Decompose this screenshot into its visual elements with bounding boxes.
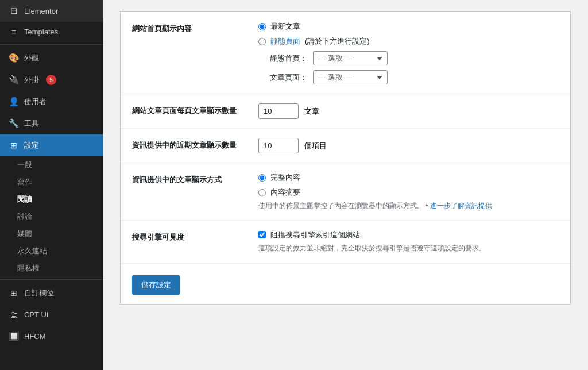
submenu-discussion[interactable]: 討論 (0, 208, 103, 225)
sidebar-item-hfcm[interactable]: 🔲 HFCM (0, 325, 103, 347)
homepage-display-control: 最新文章 靜態頁面 (請於下方進行設定) 靜態首頁： — 選取 — (258, 21, 559, 84)
excerpt-radio-item[interactable]: 內容摘要 (258, 187, 559, 198)
feed-display-type-label: 資訊提供中的文章顯示方式 (132, 172, 258, 185)
excerpt-label: 內容摘要 (270, 187, 300, 198)
feed-posts-count-label: 資訊提供中的近期文章顯示數量 (132, 138, 258, 151)
sidebar: ⊟ Elementor ≡ Templates 🎨 外觀 🔌 外掛 5 👤 使用… (0, 0, 103, 370)
posts-page-select-row: 文章頁面： — 選取 — (258, 70, 559, 84)
sidebar-item-settings[interactable]: ⊞ 設定 (0, 134, 103, 156)
search-visibility-description: 這項設定的效力並非絕對，完全取決於搜尋引擎是否遵守這項設定的要求。 (258, 244, 559, 253)
sidebar-item-plugins[interactable]: 🔌 外掛 5 (0, 69, 103, 91)
feed-display-description-text: 使用中的佈景主題掌控了內容在瀏覽器中的顯示方式。 (258, 202, 424, 210)
feed-display-radio-group: 完整內容 內容摘要 (258, 172, 559, 198)
full-content-radio-item[interactable]: 完整內容 (258, 172, 559, 183)
submenu-privacy[interactable]: 隱私權 (0, 260, 103, 277)
appearance-icon: 🎨 (8, 53, 20, 63)
feed-display-link-prefix: • (425, 202, 430, 210)
block-search-engines-checkbox[interactable] (258, 231, 266, 238)
submenu-general[interactable]: 一般 (0, 156, 103, 174)
cpt-ui-icon: 🗂 (8, 310, 20, 319)
main-content: 網站首頁顯示內容 最新文章 靜態頁面 (請於下方進行設定) 靜態首頁： (103, 0, 588, 370)
posts-per-page-label: 網站文章頁面每頁文章顯示數量 (132, 103, 258, 116)
feed-learn-more-link[interactable]: 進一步了解資訊提供 (430, 202, 492, 210)
posts-per-page-control: 文章 (258, 103, 559, 119)
sidebar-label-elementor: Elementor (24, 7, 58, 16)
sidebar-item-tools[interactable]: 🔧 工具 (0, 113, 103, 134)
latest-posts-label: 最新文章 (270, 21, 300, 32)
homepage-display-label: 網站首頁顯示內容 (132, 21, 258, 34)
page-selects: 靜態首頁： — 選取 — 文章頁面： — 選取 — (258, 51, 559, 84)
feed-posts-count-row: 資訊提供中的近期文章顯示數量 個項目 (121, 129, 570, 163)
posts-page-select[interactable]: — 選取 — (313, 70, 388, 84)
sidebar-label-settings: 設定 (24, 140, 39, 151)
posts-page-select-label: 文章頁面： (270, 72, 307, 83)
feed-posts-count-control: 個項目 (258, 138, 559, 153)
sidebar-item-custom-fields[interactable]: ⊞ 自訂欄位 (0, 282, 103, 304)
full-content-label: 完整內容 (270, 172, 300, 183)
elementor-icon: ⊟ (8, 6, 20, 16)
submenu-writing[interactable]: 寫作 (0, 174, 103, 191)
latest-posts-radio-item[interactable]: 最新文章 (258, 21, 559, 32)
sidebar-item-users[interactable]: 👤 使用者 (0, 91, 103, 113)
search-visibility-label: 搜尋引擎可見度 (132, 230, 258, 242)
feed-display-type-row: 資訊提供中的文章顯示方式 完整內容 內容摘要 使用中的佈景主題掌控了內容在瀏覽器… (121, 163, 570, 221)
sidebar-item-templates[interactable]: ≡ Templates (0, 22, 103, 42)
feed-posts-count-suffix: 個項目 (304, 141, 327, 151)
settings-form: 網站首頁顯示內容 最新文章 靜態頁面 (請於下方進行設定) 靜態首頁： (120, 11, 571, 305)
excerpt-radio[interactable] (258, 189, 266, 196)
users-icon: 👤 (8, 97, 20, 107)
search-visibility-row: 搜尋引擎可見度 阻擋搜尋引擎索引這個網站 這項設定的效力並非絕對，完全取決於搜尋… (121, 221, 570, 263)
static-page-radio-item[interactable]: 靜態頁面 (請於下方進行設定) (258, 36, 559, 47)
plugins-badge: 5 (46, 75, 56, 85)
latest-posts-radio[interactable] (258, 23, 266, 30)
sidebar-label-cpt-ui: CPT UI (24, 310, 48, 319)
posts-per-page-row: 網站文章頁面每頁文章顯示數量 文章 (121, 94, 570, 129)
homepage-display-row: 網站首頁顯示內容 最新文章 靜態頁面 (請於下方進行設定) 靜態首頁： (121, 12, 570, 94)
save-button[interactable]: 儲存設定 (132, 275, 180, 295)
static-page-radio[interactable] (258, 38, 266, 45)
posts-per-page-suffix: 文章 (304, 106, 319, 117)
sidebar-item-elementor[interactable]: ⊟ Elementor (0, 0, 103, 22)
sidebar-label-hfcm: HFCM (24, 332, 46, 341)
static-homepage-select-row: 靜態首頁： — 選取 — (258, 51, 559, 65)
sidebar-label-templates: Templates (24, 28, 58, 36)
sidebar-label-tools: 工具 (24, 118, 39, 129)
templates-icon: ≡ (8, 28, 20, 36)
feed-posts-count-input[interactable] (258, 138, 299, 153)
sidebar-item-appearance[interactable]: 🎨 外觀 (0, 47, 103, 69)
static-page-link[interactable]: 靜態頁面 (270, 36, 300, 47)
submenu-media[interactable]: 媒體 (0, 225, 103, 242)
custom-fields-icon: ⊞ (8, 288, 20, 298)
static-page-suffix: (請於下方進行設定) (305, 36, 370, 47)
homepage-radio-group: 最新文章 靜態頁面 (請於下方進行設定) (258, 21, 559, 47)
hfcm-icon: 🔲 (8, 331, 20, 341)
feed-display-description: 使用中的佈景主題掌控了內容在瀏覽器中的顯示方式。 • 進一步了解資訊提供 (258, 201, 559, 211)
block-search-engines-item[interactable]: 阻擋搜尋引擎索引這個網站 (258, 230, 559, 240)
sidebar-item-cpt-ui[interactable]: 🗂 CPT UI (0, 304, 103, 325)
posts-per-page-input-group: 文章 (258, 103, 559, 119)
posts-per-page-input[interactable] (258, 103, 299, 119)
static-homepage-select-label: 靜態首頁： (270, 53, 307, 64)
feed-display-type-control: 完整內容 內容摘要 使用中的佈景主題掌控了內容在瀏覽器中的顯示方式。 • 進一步… (258, 172, 559, 211)
feed-posts-count-input-group: 個項目 (258, 138, 559, 153)
search-visibility-control: 阻擋搜尋引擎索引這個網站 這項設定的效力並非絕對，完全取決於搜尋引擎是否遵守這項… (258, 230, 559, 253)
settings-icon: ⊞ (8, 141, 20, 150)
submenu-reading[interactable]: 閱讀 (0, 191, 103, 208)
sidebar-label-plugins: 外掛 (24, 75, 39, 85)
sidebar-divider-1 (0, 44, 103, 45)
sidebar-label-custom-fields: 自訂欄位 (24, 288, 54, 298)
block-search-engines-label: 阻擋搜尋引擎索引這個網站 (270, 230, 360, 240)
sidebar-label-appearance: 外觀 (24, 53, 39, 63)
sidebar-label-users: 使用者 (24, 97, 47, 107)
sidebar-divider-2 (0, 279, 103, 280)
full-content-radio[interactable] (258, 174, 266, 182)
tools-icon: 🔧 (8, 118, 20, 129)
static-homepage-select[interactable]: — 選取 — (313, 51, 388, 65)
save-row: 儲存設定 (121, 263, 570, 304)
submenu-permalinks[interactable]: 永久連結 (0, 242, 103, 260)
plugins-icon: 🔌 (8, 75, 20, 85)
